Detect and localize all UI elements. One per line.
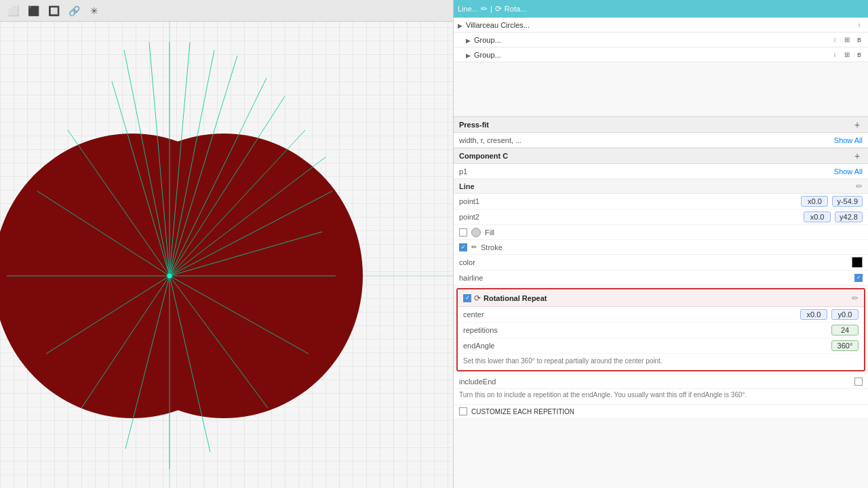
layer-item-group1[interactable]: ▶ Group... i ⊞ B (454, 33, 868, 47)
component-c-header: Component C + (454, 148, 868, 164)
component-c-add-btn[interactable]: + (852, 150, 863, 161)
canvas-svg (0, 22, 453, 488)
fill-checkbox[interactable] (459, 228, 467, 237)
layers-header: Line... ✏ | ⟳ Rota... (454, 0, 868, 18)
component-c-title: Component C (459, 152, 508, 160)
layer-expand-icon: ▶ (458, 22, 463, 28)
point2-x-value[interactable]: x0.0 (804, 211, 831, 222)
layer-b-icon-2: B (854, 50, 864, 60)
point2-label: point2 (459, 213, 500, 221)
stroke-checkbox[interactable] (459, 243, 467, 251)
stroke-row: ✏ Stroke (454, 240, 868, 255)
point1-row: point1 x0.0 y-54.9 (454, 194, 868, 209)
center-y-value[interactable]: y0.0 (831, 309, 859, 320)
rotational-repeat-section: ⟳ Rotational Repeat ✏ center x0.0 y0.0 r… (456, 288, 865, 371)
end-angle-label: endAngle (463, 342, 511, 350)
layer-info-icon-2: i (830, 35, 840, 45)
layer-b-icon-1: B (854, 35, 864, 45)
rot-repeat-description: Set this lower than 360° to repeat parti… (458, 354, 864, 370)
end-angle-value[interactable]: 360° (831, 340, 859, 351)
fill-row: Fill (454, 225, 868, 240)
layer-expand-icon-2: ▶ (466, 37, 471, 43)
point1-y-value[interactable]: y-54.9 (832, 196, 863, 207)
layer-expand-icon-3: ▶ (466, 52, 471, 58)
layer-item-group2[interactable]: ▶ Group... i ⊞ B (454, 47, 868, 62)
layers-rota-label: Rota... (505, 5, 526, 13)
customize-label: CUSTOMIZE EACH REPETITION (471, 408, 574, 415)
line-section-title: Line (459, 182, 852, 190)
component-c-show-all-btn[interactable]: Show All (834, 167, 863, 176)
line-section-header: Line ✏ (454, 179, 868, 194)
press-fit-show-all-btn[interactable]: Show All (834, 136, 863, 144)
center-row: center x0.0 y0.0 (458, 307, 864, 323)
hairline-checkbox[interactable] (854, 274, 863, 282)
include-end-description: Turn this on to include a repetition at … (454, 389, 868, 404)
canvas-toolbar: ⬜ ⬛ 🔲 🔗 ✳ (0, 0, 453, 22)
include-end-label: includeEnd (459, 378, 850, 386)
layer-name-group1: Group... (474, 36, 827, 44)
layer-name-group2: Group... (474, 51, 827, 59)
include-end-row: includeEnd (454, 374, 868, 389)
color-row: color (454, 255, 868, 270)
toolbar-icon-4[interactable]: 🔗 (66, 3, 81, 18)
component-c-p1-label: p1 (459, 167, 500, 176)
press-fit-title: Press-fit (459, 121, 489, 129)
repetitions-row: repetitions 24 (458, 323, 864, 338)
customize-row: CUSTOMIZE EACH REPETITION (454, 404, 868, 418)
rot-repeat-header: ⟳ Rotational Repeat ✏ (458, 289, 864, 307)
layers-separator: | (490, 5, 492, 13)
layer-block-icon-1: ⊞ (842, 35, 852, 45)
line-edit-icon[interactable]: ✏ (856, 182, 863, 191)
point1-label: point1 (459, 197, 500, 205)
toolbar-icon-1[interactable]: ⬜ (5, 3, 20, 18)
toolbar-icon-2[interactable]: ⬛ (26, 3, 41, 18)
layer-item-villarceau[interactable]: ▶ Villarceau Circles... i (454, 18, 868, 33)
stroke-label: Stroke (481, 243, 521, 251)
press-fit-header: Press-fit + (454, 117, 868, 133)
right-panel: Line... ✏ | ⟳ Rota... ▶ Villarceau Circl… (453, 0, 868, 488)
layer-info-icon-3: i (830, 50, 840, 60)
layer-info-icon: i (854, 20, 864, 30)
hairline-label: hairline (459, 274, 500, 282)
repetitions-label: repetitions (463, 326, 511, 334)
press-fit-params-row: width, r, cresent, ... Show All (454, 133, 868, 148)
hairline-row: hairline (454, 270, 868, 285)
rot-repeat-checkbox[interactable] (463, 294, 471, 302)
include-end-checkbox[interactable] (854, 378, 863, 386)
toolbar-icon-3[interactable]: 🔲 (46, 3, 61, 18)
layers-line-label: Line... (458, 5, 478, 13)
component-c-p1-row: p1 Show All (454, 164, 868, 179)
point2-row: point2 x0.0 y42.8 (454, 209, 868, 225)
color-label: color (459, 258, 500, 266)
layer-name-villarceau: Villarceau Circles... (466, 21, 852, 29)
svg-point-31 (167, 273, 172, 279)
layers-edit-icon: ✏ (481, 4, 488, 14)
canvas-area[interactable]: ⬜ ⬛ 🔲 🔗 ✳ (0, 0, 453, 488)
point2-y-value[interactable]: y42.8 (835, 211, 863, 222)
rot-repeat-icon: ⟳ (474, 293, 481, 303)
color-swatch[interactable] (852, 257, 863, 268)
layer-spacer (454, 62, 868, 117)
layers-rotate-icon: ⟳ (495, 4, 502, 14)
end-angle-row: endAngle 360° (458, 338, 864, 354)
layer-block-icon-2: ⊞ (842, 50, 852, 60)
toolbar-icon-5[interactable]: ✳ (87, 3, 102, 18)
press-fit-params-label: width, r, cresent, ... (459, 136, 521, 144)
center-label: center (463, 310, 511, 319)
customize-checkbox[interactable] (459, 407, 467, 415)
rot-repeat-title: Rotational Repeat (484, 294, 849, 302)
center-x-value[interactable]: x0.0 (800, 309, 827, 320)
press-fit-add-btn[interactable]: + (852, 119, 863, 130)
rot-repeat-edit-icon[interactable]: ✏ (852, 293, 859, 303)
point1-x-value[interactable]: x0.0 (801, 196, 828, 207)
repetitions-value[interactable]: 24 (831, 325, 859, 336)
fill-label: Fill (485, 228, 526, 237)
stroke-slash-icon: ✏ (471, 243, 477, 251)
fill-circle-icon (471, 228, 481, 237)
